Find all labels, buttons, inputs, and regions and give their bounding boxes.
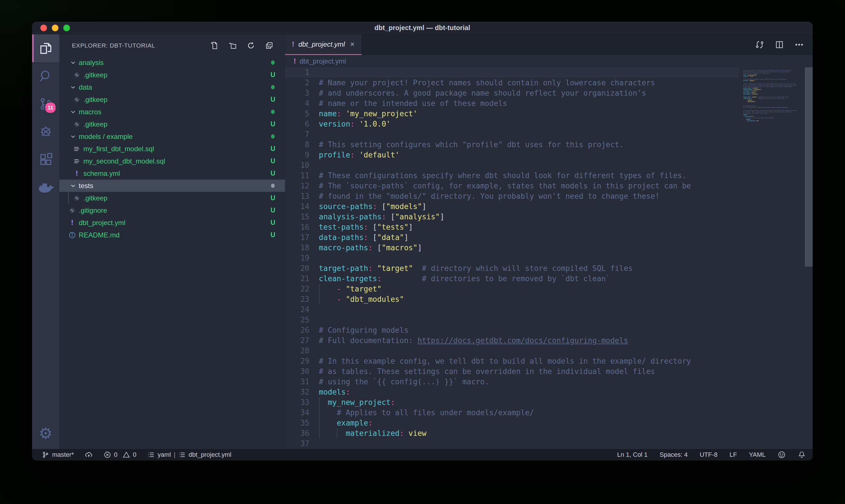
tree-item-tests[interactable]: tests — [59, 180, 285, 192]
collapse-folders-icon[interactable] — [265, 41, 273, 50]
code-line-28: 28 — [285, 346, 739, 356]
tab-close-icon[interactable]: × — [350, 40, 354, 49]
breadcrumb[interactable]: ! dbt_project.yml — [285, 55, 813, 67]
search-icon[interactable] — [32, 62, 59, 90]
git-status-badge: U — [270, 231, 275, 239]
line-number: 3 — [285, 88, 309, 98]
debug-icon[interactable] — [32, 118, 59, 145]
notifications-bell-icon[interactable] — [798, 451, 806, 459]
line-number: 1 — [285, 67, 309, 78]
sql-file-icon — [72, 157, 81, 165]
breadcrumb-file[interactable]: dbt_project.yml — [299, 57, 346, 65]
tab-label: dbt_project.yml — [299, 40, 345, 48]
tree-item-dbt-project-yml[interactable]: !dbt_project.ymlU — [59, 216, 285, 229]
tree-item-label: .gitkeep — [83, 194, 107, 202]
zoom-button[interactable] — [63, 25, 70, 31]
activity-bar: 11 — [32, 34, 59, 449]
git-status-badge: U — [270, 157, 275, 165]
tree-item-data[interactable]: data — [59, 81, 285, 93]
tree-item-schema-yml[interactable]: !schema.ymlU — [59, 167, 285, 180]
minimap[interactable]: # Name your project! Project names shoul… — [739, 67, 805, 449]
source-control-icon[interactable]: 11 — [32, 90, 59, 118]
tree-item-label: README.md — [79, 231, 120, 239]
tree-item-models-example[interactable]: models / example — [59, 130, 285, 143]
settings-gear-icon[interactable]: ⚙ — [32, 417, 59, 449]
yaml-file-icon: ! — [72, 169, 81, 178]
code-lines: 12# Name your project! Project names sho… — [285, 67, 739, 449]
sql-file-icon — [72, 145, 81, 153]
scm-badge: 11 — [44, 102, 56, 114]
explorer-header: EXPLORER: DBT-TUTORIAL — [59, 34, 285, 56]
git-modified-dot — [271, 183, 275, 188]
tree-item--gitignore[interactable]: .gitignoreU — [59, 204, 285, 216]
line-number: 15 — [285, 212, 309, 222]
problems-status[interactable]: 0 0 — [104, 451, 137, 458]
whale-icon — [38, 179, 54, 195]
refresh-icon[interactable] — [247, 41, 255, 50]
tree-item--gitkeep[interactable]: .gitkeepU — [59, 192, 285, 204]
status-bar: master* 0 0 — [32, 449, 813, 461]
separator: | — [174, 451, 176, 458]
git-modified-dot — [271, 134, 275, 139]
file-tree: analysis.gitkeepUdata.gitkeepUmacros.git… — [59, 56, 285, 449]
code-line-13: 13# found in the "models/" directory. Yo… — [285, 191, 739, 201]
indentation-setting[interactable]: Spaces: 4 — [660, 451, 688, 458]
git-branch-status[interactable]: master* — [42, 451, 74, 458]
code-line-5: 5name: 'my_new_project' — [285, 109, 739, 119]
tree-item--gitkeep[interactable]: .gitkeepU — [59, 69, 285, 81]
code-editor[interactable]: 12# Name your project! Project names sho… — [285, 67, 813, 449]
scrollbar-thumb[interactable] — [805, 67, 813, 267]
line-number: 31 — [285, 377, 309, 387]
cloud-upload-icon — [85, 451, 93, 459]
tree-item-label: schema.yml — [83, 169, 120, 178]
new-file-icon[interactable] — [210, 41, 219, 50]
code-line-36: 36 materialized: view — [285, 428, 739, 438]
tree-item-label: macros — [79, 108, 102, 116]
line-number: 7 — [285, 129, 309, 140]
split-editor-icon[interactable] — [775, 40, 784, 49]
vscode-window: dbt_project.yml — dbt-tutorial — [32, 22, 813, 461]
code-line-27: 27# Full documentation: https://docs.get… — [285, 335, 739, 346]
close-button[interactable] — [40, 25, 47, 31]
line-number: 28 — [285, 346, 309, 356]
line-number: 33 — [285, 397, 309, 408]
open-changes-icon[interactable] — [755, 40, 765, 50]
magnifier-icon — [38, 69, 53, 84]
editor-scrollbar[interactable] — [805, 67, 813, 449]
explorer-icon[interactable] — [32, 34, 59, 62]
line-number: 23 — [285, 294, 309, 304]
line-number: 6 — [285, 119, 309, 129]
tree-item-my-first-dbt-model-sql[interactable]: my_first_dbt_model.sqlU — [59, 143, 285, 155]
eol-setting[interactable]: LF — [730, 451, 737, 458]
error-icon — [104, 451, 111, 458]
tab-dbt-project-yml[interactable]: ! dbt_project.yml × — [285, 34, 362, 55]
tree-item-readme-md[interactable]: README.mdU — [59, 229, 285, 241]
tree-item-analysis[interactable]: analysis — [59, 56, 285, 69]
git-status-badge: U — [270, 120, 275, 128]
git-file-icon — [72, 95, 81, 104]
code-line-34: 34 # Applies to all files under models/e… — [285, 408, 739, 418]
more-actions-icon[interactable] — [794, 40, 804, 50]
tree-item-macros[interactable]: macros — [59, 106, 285, 118]
encoding[interactable]: UTF-8 — [700, 451, 718, 458]
code-line-37: 37 — [285, 438, 739, 449]
tree-item-my-second-dbt-model-sql[interactable]: my_second_dbt_model.sqlU — [59, 155, 285, 167]
yaml-mode-status[interactable]: yaml | dbt_project.yml — [147, 451, 231, 458]
line-number: 18 — [285, 242, 309, 253]
new-folder-icon[interactable] — [228, 41, 237, 50]
tree-item--gitkeep[interactable]: .gitkeepU — [59, 118, 285, 130]
line-number: 29 — [285, 356, 309, 366]
extensions-icon[interactable] — [32, 145, 59, 173]
cursor-position[interactable]: Ln 1, Col 1 — [617, 451, 647, 458]
language-mode[interactable]: YAML — [749, 451, 766, 458]
docker-icon[interactable] — [32, 173, 59, 201]
tree-item--gitkeep[interactable]: .gitkeepU — [59, 93, 285, 106]
line-number: 16 — [285, 222, 309, 232]
line-number: 10 — [285, 160, 309, 170]
git-status-badge: U — [270, 219, 275, 227]
minimize-button[interactable] — [52, 25, 58, 31]
line-number: 5 — [285, 109, 309, 119]
sync-status[interactable] — [85, 451, 93, 459]
code-line-33: 33 my_new_project: — [285, 397, 739, 408]
feedback-smiley-icon[interactable] — [778, 451, 786, 459]
